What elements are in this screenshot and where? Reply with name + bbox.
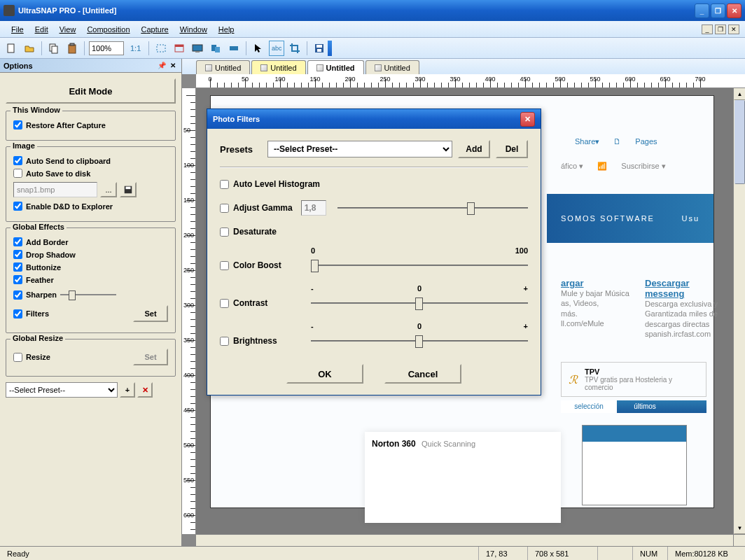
menu-file[interactable]: File [6,23,29,36]
resize-checkbox[interactable] [13,353,22,362]
doc-tab-1[interactable]: Untitled [196,60,250,74]
paste-icon[interactable] [64,41,80,56]
mdi-close-button[interactable]: ✕ [728,24,739,34]
preset-delete-button[interactable]: ✕ [137,382,153,398]
status-coords: 17, 83 [479,547,528,560]
capture-window-icon[interactable] [172,41,187,56]
maximize-button[interactable]: ❐ [711,4,725,18]
svg-rect-0 [8,44,14,52]
filters-set-button[interactable]: Set [133,305,168,322]
capture-region-icon[interactable] [153,41,169,56]
pin-icon[interactable]: 📌 [157,61,167,71]
dialog-titlebar[interactable]: Photo Filters ✕ [207,109,541,129]
scrollbar-vertical[interactable]: ▲ ▼ [733,88,745,534]
resize-label: Resize [26,353,50,361]
adjust-gamma-label: Adjust Gamma [233,203,293,213]
thumbnail-image [582,425,687,505]
sharpen-checkbox[interactable] [13,290,22,300]
desaturate-checkbox[interactable] [220,227,229,237]
svg-rect-14 [316,45,322,48]
brightness-slider[interactable]: -0+ [311,332,528,350]
capture-screen-icon[interactable] [190,41,205,56]
scrollbar-horizontal[interactable] [196,534,733,546]
minimize-button[interactable]: _ [695,4,709,18]
svg-rect-5 [157,45,165,52]
filename-input [13,182,97,197]
crop-icon[interactable] [287,41,302,56]
browse-button[interactable]: ... [100,182,117,197]
text-icon[interactable]: abc [269,41,284,56]
gamma-slider[interactable] [337,199,528,217]
menu-composition[interactable]: Composition [81,23,135,36]
group-global-resize: Global Resize Resize Set [6,339,176,377]
toolbar-grip[interactable] [328,41,332,56]
menu-edit[interactable]: Edit [29,23,54,36]
menubar: File Edit View Composition Capture Windo… [0,21,745,38]
menu-window[interactable]: Window [174,23,213,36]
close-button[interactable]: ✕ [727,4,741,18]
photo-filters-dialog: Photo Filters ✕ Presets --Select Preset-… [207,108,541,396]
auto-send-clipboard-label: Auto Send to clipboard [26,157,111,165]
brightness-checkbox[interactable] [220,337,229,346]
feather-checkbox[interactable] [13,275,22,284]
capture-object-icon[interactable] [208,41,223,56]
color-boost-slider[interactable]: 0100 [311,256,528,274]
drop-shadow-checkbox[interactable] [13,250,22,259]
toolbar: 1:1 abc [0,38,745,59]
mdi-restore-button[interactable]: ❐ [715,24,726,34]
window-titlebar: UltraSNAP PRO - [Untitled] _ ❐ ✕ [0,0,745,21]
dialog-ok-button[interactable]: OK [286,364,363,384]
dialog-del-button[interactable]: Del [496,140,528,158]
restore-after-capture-checkbox[interactable] [13,120,22,130]
restore-after-capture-label: Restore After Capture [26,121,106,130]
group-title-this-window: This Window [11,106,62,114]
add-border-checkbox[interactable] [13,237,22,246]
adjust-gamma-checkbox[interactable] [220,204,229,213]
panel-close-icon[interactable]: ✕ [168,61,178,71]
dialog-cancel-button[interactable]: Cancel [384,364,461,384]
enable-dnd-checkbox[interactable] [13,202,22,211]
doc-tab-2[interactable]: Untitled [251,60,305,74]
pointer-icon[interactable] [251,41,266,56]
new-doc-icon[interactable] [4,41,19,56]
capture-freehand-icon[interactable] [226,41,242,56]
auto-save-disk-checkbox[interactable] [13,169,22,178]
menu-view[interactable]: View [54,23,82,36]
auto-send-clipboard-checkbox[interactable] [13,156,22,165]
preset-add-button[interactable]: + [120,382,135,398]
doc-icon [316,64,323,71]
dialog-close-button[interactable]: ✕ [520,112,535,127]
sharpen-slider[interactable] [60,288,116,302]
brightness-label: Brightness [233,336,300,346]
copy-icon[interactable] [46,41,62,56]
doc-tab-4[interactable]: Untitled [365,60,419,74]
svg-rect-15 [317,49,321,52]
statusbar: Ready 17, 83 708 x 581 NUM Mem:80128 KB [0,546,745,560]
menu-help[interactable]: Help [213,23,240,36]
status-mem: Mem:80128 KB [668,547,745,560]
dialog-preset-select[interactable]: --Select Preset-- [267,141,452,158]
preset-select[interactable]: --Select Preset-- [6,382,118,398]
presets-label: Presets [220,144,262,155]
mdi-minimize-button[interactable]: _ [702,24,713,34]
add-border-label: Add Border [26,238,69,246]
auto-level-checkbox[interactable] [220,180,229,189]
drop-shadow-label: Drop Shadow [26,251,76,259]
open-icon[interactable] [22,41,37,56]
doc-tab-3[interactable]: Untitled [307,60,364,74]
resize-set-button: Set [133,349,168,365]
edit-mode-button[interactable]: Edit Mode [6,78,176,104]
zoom-fit-button[interactable]: 1:1 [127,41,144,56]
save-file-button[interactable] [120,182,137,197]
zoom-input[interactable] [89,41,124,55]
sharpen-label: Sharpen [26,290,57,299]
dialog-add-button[interactable]: Add [458,140,490,158]
filters-checkbox[interactable] [13,309,22,318]
svg-rect-4 [70,43,74,46]
menu-capture[interactable]: Capture [136,23,174,36]
save-icon[interactable] [312,41,327,56]
buttonize-checkbox[interactable] [13,262,22,272]
contrast-checkbox[interactable] [220,299,229,308]
color-boost-checkbox[interactable] [220,261,229,270]
contrast-slider[interactable]: -0+ [311,294,528,312]
